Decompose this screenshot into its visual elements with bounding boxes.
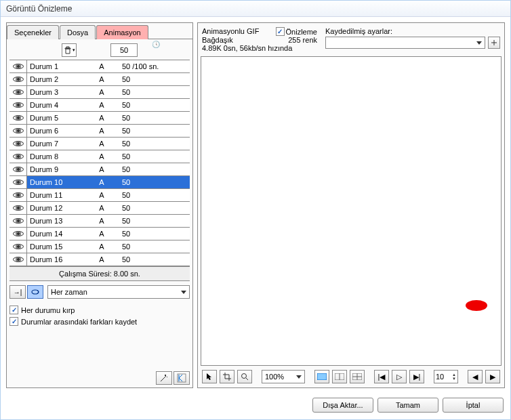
zoom-tool[interactable]	[237, 370, 252, 383]
pointer-tool[interactable]	[202, 370, 217, 383]
runtime-status: Çalışma Süresi: 8.00 sn.	[9, 267, 190, 281]
visibility-toggle[interactable]	[9, 253, 27, 266]
ok-button[interactable]: Tamam	[377, 398, 438, 413]
grid-view-button[interactable]	[350, 370, 365, 383]
svg-rect-2	[317, 373, 327, 380]
frame-value: 50	[115, 114, 190, 122]
frame-row[interactable]: Durum 13A50	[9, 215, 190, 228]
tab-animation[interactable]: Animasyon	[96, 25, 148, 39]
visibility-toggle[interactable]	[9, 73, 27, 85]
frame-value: 50	[115, 127, 190, 135]
frame-time-input[interactable]	[110, 43, 138, 57]
visibility-toggle[interactable]	[9, 60, 27, 72]
delete-frame-button[interactable]: ▾	[62, 43, 77, 57]
frame-row[interactable]: Durum 6A50	[9, 125, 190, 138]
single-view-button[interactable]	[314, 370, 329, 383]
magnifier-icon	[241, 373, 249, 381]
trim-checkbox[interactable]: ✓	[9, 306, 18, 314]
tab-file[interactable]: Dosya	[60, 25, 96, 39]
first-frame-button[interactable]: |◀	[374, 370, 389, 383]
frame-number-value: 10	[436, 373, 444, 381]
frame-value: 50	[115, 178, 190, 186]
visibility-toggle[interactable]	[9, 150, 27, 163]
next-frame-button[interactable]: ▶	[485, 370, 500, 383]
frame-row[interactable]: Durum 7A50	[9, 138, 190, 150]
frame-type: A	[88, 191, 115, 199]
eyedrop-button[interactable]	[173, 371, 190, 385]
trash-icon	[64, 46, 72, 54]
frame-row[interactable]: Durum 5A50	[9, 112, 190, 125]
titlebar[interactable]: Görüntü Önizleme	[1, 1, 510, 17]
eye-icon	[13, 64, 24, 69]
frame-row[interactable]: Durum 16A50	[9, 253, 190, 266]
eye-icon	[13, 102, 24, 108]
trim-label: Her durumu kırp	[21, 306, 75, 314]
svg-point-1	[242, 374, 247, 379]
saved-settings-select[interactable]	[325, 37, 485, 49]
loop-mode-label: Her zaman	[51, 288, 87, 296]
visibility-toggle[interactable]	[9, 240, 27, 253]
frame-row[interactable]: Durum 9A50	[9, 163, 190, 176]
frame-name: Durum 4	[27, 101, 88, 109]
wand-button[interactable]	[156, 371, 172, 385]
format-label: Animasyonlu GIF	[202, 27, 259, 36]
frame-row[interactable]: Durum 8A50	[9, 150, 190, 163]
loop-repeat-button[interactable]	[27, 285, 43, 299]
loop-forward-button[interactable]: →|	[9, 285, 26, 299]
preview-canvas[interactable]	[201, 56, 502, 366]
frame-name: Durum 3	[27, 88, 88, 96]
crop-tool[interactable]	[220, 370, 234, 383]
frame-row[interactable]: Durum 4A50	[9, 99, 190, 112]
add-preset-button[interactable]	[488, 37, 500, 49]
loop-mode-select[interactable]: Her zaman	[47, 285, 190, 299]
frame-row[interactable]: Durum 12A50	[9, 202, 190, 215]
clock-icon: 🕓	[152, 41, 160, 48]
frame-name: Durum 13	[27, 217, 88, 225]
preview-toggle[interactable]: ✓ Önizleme	[276, 27, 317, 36]
frame-row[interactable]: Durum 3A50	[9, 86, 190, 99]
visibility-toggle[interactable]	[9, 202, 27, 214]
visibility-toggle[interactable]	[9, 215, 27, 227]
visibility-toggle[interactable]	[9, 189, 27, 201]
visibility-toggle[interactable]	[9, 125, 27, 137]
visibility-toggle[interactable]	[9, 163, 27, 175]
left-bottom-buttons	[9, 366, 190, 385]
prev-frame-button[interactable]: ◀	[468, 370, 483, 383]
frame-name: Durum 12	[27, 204, 88, 212]
frame-row[interactable]: Durum 14A50	[9, 228, 190, 240]
frame-row[interactable]: Durum 11A50	[9, 189, 190, 202]
diff-checkbox[interactable]: ✓	[9, 317, 18, 326]
play-button[interactable]: ▷	[392, 370, 407, 383]
eye-icon	[13, 205, 24, 211]
crop-icon	[223, 373, 231, 381]
eye-icon	[13, 244, 24, 249]
frame-row[interactable]: Durum 15A50	[9, 240, 190, 253]
frame-type: A	[88, 88, 115, 96]
chevron-down-icon	[476, 41, 482, 45]
preview-content-ellipse	[466, 300, 487, 311]
frame-value: 50	[115, 88, 190, 96]
frame-row[interactable]: Durum 1A50 /100 sn.	[9, 60, 190, 73]
export-button[interactable]: Dışa Aktar...	[312, 398, 373, 413]
visibility-toggle[interactable]	[9, 99, 27, 111]
cancel-button[interactable]: İptal	[443, 398, 504, 413]
split-view-button[interactable]	[332, 370, 347, 383]
frame-value: 50	[115, 75, 190, 83]
frame-row[interactable]: Durum 10A50	[9, 176, 190, 189]
visibility-toggle[interactable]	[9, 86, 27, 98]
eye-icon	[13, 218, 24, 224]
visibility-toggle[interactable]	[9, 228, 27, 240]
frame-row[interactable]: Durum 2A50	[9, 73, 190, 86]
last-frame-button[interactable]: ▶|	[409, 370, 424, 383]
visibility-toggle[interactable]	[9, 112, 27, 124]
frame-number-input[interactable]: 10 ▲▼	[434, 370, 458, 383]
k-icon	[177, 373, 186, 383]
zoom-select[interactable]: 100%	[262, 370, 305, 383]
spinner-icon[interactable]: ▲▼	[452, 373, 456, 381]
frame-name: Durum 16	[27, 255, 88, 264]
preview-checkbox[interactable]: ✓	[276, 27, 285, 36]
tab-options[interactable]: Seçenekler	[7, 25, 59, 39]
pointer-icon	[206, 373, 213, 381]
visibility-toggle[interactable]	[9, 138, 27, 150]
visibility-toggle[interactable]	[9, 176, 27, 188]
